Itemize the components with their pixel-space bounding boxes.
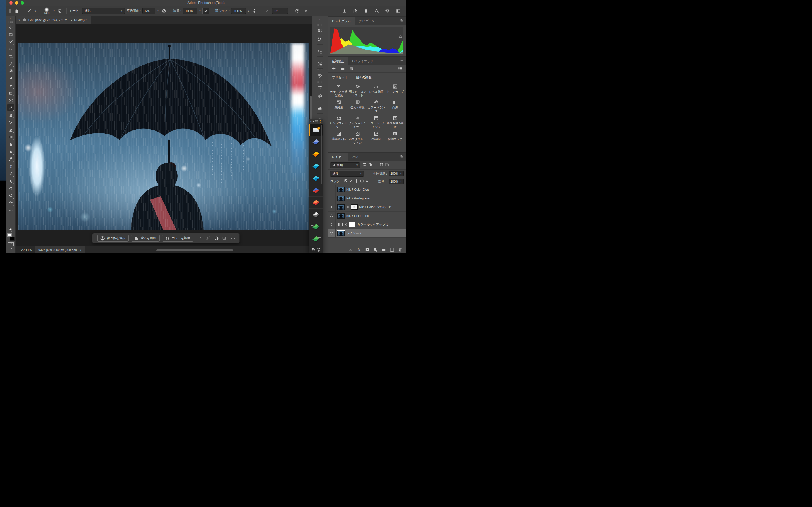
edit-toolbar[interactable] bbox=[7, 207, 14, 214]
shape-tool[interactable] bbox=[7, 199, 14, 207]
layer-blend-mode-select[interactable]: 通常 ∨ bbox=[330, 171, 364, 177]
new-adjustment-layer-icon[interactable] bbox=[373, 247, 378, 252]
tools-dock-icon[interactable] bbox=[316, 59, 324, 68]
history-brush-tool[interactable] bbox=[7, 119, 14, 126]
lightbulb-icon[interactable] bbox=[384, 8, 391, 14]
layer-row[interactable]: Nik 7 Analog Efex bbox=[328, 194, 406, 203]
workspace-icon[interactable] bbox=[395, 8, 402, 14]
nik-hdr-efex[interactable] bbox=[309, 184, 323, 196]
content-aware-move-tool[interactable] bbox=[7, 97, 14, 104]
minimize-icon[interactable] bbox=[313, 121, 314, 122]
panel-menu-icon[interactable] bbox=[400, 155, 404, 160]
chevron-down-icon[interactable]: ∨ bbox=[199, 10, 201, 12]
clone-dock-icon[interactable] bbox=[316, 47, 324, 55]
contextual-task-bar[interactable]: 被写体を選択背景を削除カラーを調整 bbox=[92, 233, 240, 243]
adjustment-posterize[interactable]: ポスタリゼーション bbox=[349, 131, 367, 145]
hand-tool[interactable] bbox=[7, 184, 14, 192]
search-icon[interactable] bbox=[373, 8, 380, 14]
nik-viveza[interactable] bbox=[309, 196, 323, 209]
symmetry-butterfly-icon[interactable] bbox=[302, 8, 309, 14]
remove-tool[interactable] bbox=[7, 67, 14, 75]
artboard-lock-icon[interactable] bbox=[360, 179, 364, 183]
zoom-level[interactable]: 22.14% bbox=[21, 248, 32, 251]
sparkle-dock-icon[interactable] bbox=[316, 35, 324, 43]
tab-navigator[interactable]: ナビゲーター bbox=[355, 17, 382, 25]
canvas-pasteboard[interactable]: 被写体を選択背景を削除カラーを調整 bbox=[15, 24, 312, 245]
adjustment-threshold[interactable]: 2階調化 bbox=[367, 131, 386, 145]
adj-filter-icon[interactable] bbox=[368, 163, 372, 167]
nik-scrollbar[interactable] bbox=[320, 125, 322, 184]
layer-row[interactable]: レイヤー 2 bbox=[328, 229, 406, 238]
dock-grip[interactable] bbox=[317, 113, 323, 115]
panel-menu-icon[interactable] bbox=[400, 59, 404, 64]
eye-icon[interactable] bbox=[328, 229, 336, 237]
add-adjustment-icon[interactable] bbox=[332, 66, 336, 71]
cached-data-warning-icon[interactable] bbox=[398, 34, 403, 39]
smoothing-input[interactable]: 100% bbox=[231, 8, 246, 14]
layer-thumbnail[interactable] bbox=[338, 213, 345, 219]
pressure-size-icon[interactable] bbox=[294, 8, 301, 14]
nik-silver-efex[interactable] bbox=[309, 209, 323, 221]
history-dock-icon[interactable] bbox=[316, 26, 324, 35]
dock-collapse-icon[interactable]: « bbox=[319, 16, 320, 23]
halfcircle-icon[interactable] bbox=[213, 235, 220, 242]
adjustment-vibrance[interactable]: カラーと自然な彩度 bbox=[329, 84, 348, 97]
toggle-brush-settings-button[interactable] bbox=[57, 8, 63, 14]
dock-grip[interactable] bbox=[317, 101, 323, 103]
panel-menu-icon[interactable] bbox=[400, 19, 404, 24]
delete-icon[interactable] bbox=[350, 66, 354, 71]
new-group-icon[interactable] bbox=[382, 247, 386, 252]
adjustment-bright[interactable]: 明るさ・コントラスト bbox=[349, 84, 367, 97]
close-tab-icon[interactable]: × bbox=[18, 18, 20, 22]
layer-fill-input[interactable]: 100% ∨ bbox=[389, 179, 404, 184]
dots-icon[interactable] bbox=[230, 235, 236, 242]
chevron-down-icon[interactable]: ∨ bbox=[35, 10, 36, 12]
beaker-icon[interactable] bbox=[341, 8, 348, 14]
eyedropper-tool[interactable] bbox=[7, 60, 14, 67]
sliders-dock-icon[interactable] bbox=[316, 83, 324, 92]
shape-filter-icon[interactable] bbox=[379, 163, 384, 167]
move-lock-icon[interactable] bbox=[355, 179, 358, 183]
brick-dock-icon[interactable] bbox=[316, 104, 324, 112]
brush-angle-input[interactable]: 0° bbox=[272, 8, 288, 14]
sharpen-tool[interactable] bbox=[7, 148, 14, 155]
adjustment-bw[interactable]: 白黒 bbox=[386, 100, 404, 113]
options-grip[interactable] bbox=[9, 8, 11, 14]
adjustment-invert[interactable]: 階調の反転 bbox=[329, 131, 348, 145]
toolbar-grip[interactable] bbox=[8, 21, 13, 23]
layer-row[interactable]: Nik 7 Color Efex のコピー bbox=[328, 203, 406, 212]
eraser-tool[interactable] bbox=[7, 126, 14, 133]
document-image[interactable] bbox=[18, 43, 309, 230]
eye-icon[interactable] bbox=[328, 203, 336, 211]
lock-lock-icon[interactable] bbox=[365, 179, 369, 183]
document-tab[interactable]: × G88.psdc @ 22.1% (レイヤー 2, RGB/8) * bbox=[15, 16, 91, 24]
zoom-tool[interactable] bbox=[7, 192, 14, 199]
tool-preset-brush-icon[interactable] bbox=[26, 8, 33, 14]
pressure-opacity-icon[interactable] bbox=[160, 8, 167, 14]
object-selection-tool[interactable] bbox=[7, 45, 14, 53]
tab-layers[interactable]: レイヤー bbox=[328, 153, 349, 161]
quick-mask-button[interactable] bbox=[8, 242, 13, 246]
list-view-icon[interactable] bbox=[398, 66, 402, 71]
dock-grip[interactable] bbox=[317, 68, 323, 70]
clone-stamp-tool[interactable] bbox=[7, 111, 14, 119]
adjustment-selective[interactable]: 特定色域の選択 bbox=[386, 115, 404, 129]
brush-preset-picker[interactable]: 2400 bbox=[42, 7, 52, 14]
spot-healing-tool[interactable] bbox=[7, 75, 14, 82]
warp-icon[interactable] bbox=[205, 235, 212, 242]
subtab-single-adjustments[interactable]: 個々の調整 bbox=[356, 73, 371, 81]
settings-gear-icon[interactable] bbox=[311, 247, 315, 252]
smoothing-options-gear-icon[interactable] bbox=[251, 8, 258, 14]
blur-tool[interactable] bbox=[7, 140, 14, 148]
tab-histogram[interactable]: ヒストグラム bbox=[328, 17, 355, 25]
healing-brush-tool[interactable] bbox=[7, 82, 14, 89]
dock-grip[interactable] bbox=[317, 56, 323, 58]
crop-tool[interactable] bbox=[7, 53, 14, 60]
layer-thumbnail[interactable] bbox=[338, 196, 345, 201]
home-button[interactable] bbox=[13, 8, 20, 14]
layer-thumbnail[interactable] bbox=[338, 205, 345, 210]
adjustment-gradmap[interactable]: 階調マップ bbox=[386, 131, 404, 145]
visibility-toggle[interactable] bbox=[328, 185, 336, 194]
default-swap-colors-icon[interactable] bbox=[8, 228, 14, 232]
adjustment-channel[interactable]: チャンネルミキサー bbox=[349, 115, 367, 129]
